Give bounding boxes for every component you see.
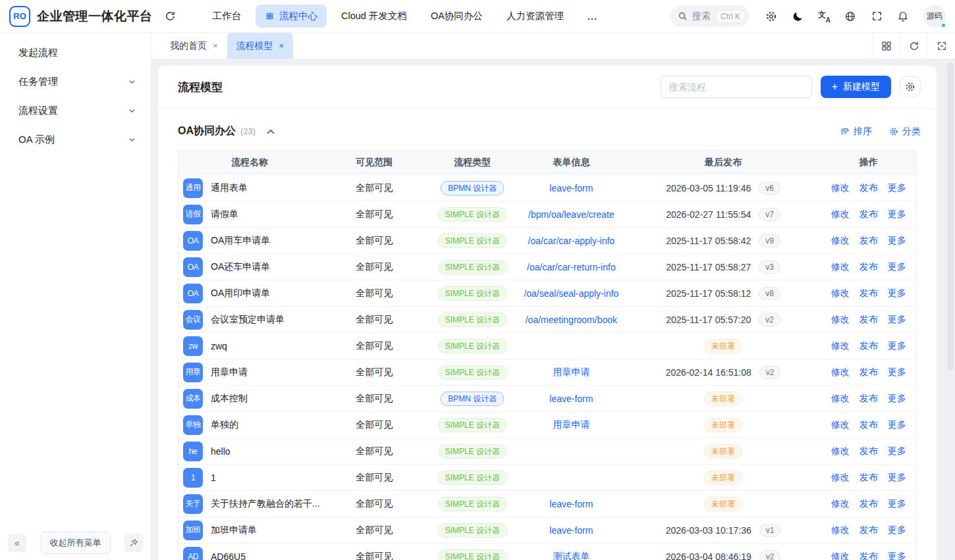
form-link[interactable]: 用章申请: [553, 419, 589, 430]
nav-item-1[interactable]: 流程中心: [256, 5, 327, 28]
sidebar-collapse-button[interactable]: «: [8, 534, 26, 552]
edit-action[interactable]: 修改: [831, 288, 850, 299]
nav-item-0[interactable]: 工作台: [204, 5, 251, 28]
notifications-icon[interactable]: [892, 5, 914, 28]
global-search[interactable]: 搜索 Ctrl K: [670, 5, 750, 27]
edit-action[interactable]: 修改: [831, 445, 850, 457]
more-action[interactable]: 更多: [888, 445, 906, 457]
grid-layout-icon[interactable]: [872, 33, 900, 59]
process-type-cell: SIMPLE 设计器: [428, 497, 518, 511]
globe-clock-icon[interactable]: [839, 5, 861, 28]
edit-action[interactable]: 修改: [831, 261, 850, 273]
dark-mode-icon[interactable]: [786, 5, 809, 28]
pin-icon[interactable]: [124, 534, 143, 552]
form-link[interactable]: /oa/seal/seal-apply-info: [524, 288, 618, 299]
new-model-button[interactable]: + 新建模型: [821, 76, 891, 98]
publish-action[interactable]: 发布: [860, 498, 878, 510]
nav-item-2[interactable]: Cloud 开发文档: [332, 5, 416, 28]
edit-action[interactable]: 修改: [831, 524, 850, 536]
sidebar-item-3[interactable]: OA 示例: [0, 125, 151, 154]
nav-item-4[interactable]: 人力资源管理: [497, 5, 573, 28]
refresh-icon[interactable]: [165, 11, 176, 22]
tab-refresh-icon[interactable]: [900, 33, 927, 59]
edit-action[interactable]: 修改: [831, 419, 850, 431]
classify-button[interactable]: 分类: [889, 126, 921, 138]
publish-action[interactable]: 发布: [860, 209, 878, 220]
edit-action[interactable]: 修改: [831, 498, 850, 510]
more-action[interactable]: 更多: [888, 498, 906, 510]
actions-cell: 修改发布更多: [821, 419, 915, 431]
publish-action[interactable]: 发布: [860, 288, 878, 299]
form-link[interactable]: /oa/car/car-return-info: [527, 262, 616, 272]
more-action[interactable]: 更多: [888, 524, 906, 536]
edit-action[interactable]: 修改: [831, 209, 850, 220]
form-link[interactable]: /oa/car/car-apply-info: [528, 236, 615, 246]
publish-action[interactable]: 发布: [860, 419, 878, 431]
sidebar-item-0[interactable]: 发起流程: [0, 38, 151, 67]
more-action[interactable]: 更多: [888, 182, 906, 194]
publish-action[interactable]: 发布: [860, 340, 878, 352]
flow-search-input[interactable]: [661, 76, 812, 98]
form-link[interactable]: /oa/meetingroom/book: [526, 315, 617, 325]
tab-0[interactable]: 我的首页×: [161, 33, 227, 59]
sort-button[interactable]: 排序: [840, 126, 872, 138]
nav-item-3[interactable]: OA协同办公: [422, 5, 492, 28]
window-scrollbar-thumb[interactable]: [947, 63, 954, 370]
user-avatar[interactable]: 源码: [923, 5, 946, 28]
more-action[interactable]: 更多: [888, 288, 906, 299]
publish-action[interactable]: 发布: [860, 524, 878, 536]
publish-action[interactable]: 发布: [860, 551, 878, 560]
close-icon[interactable]: ×: [213, 41, 218, 50]
designer-badge: SIMPLE 设计器: [438, 497, 507, 511]
settings-icon[interactable]: [760, 5, 782, 28]
edit-action[interactable]: 修改: [831, 367, 850, 378]
close-icon[interactable]: ×: [279, 41, 285, 50]
edit-action[interactable]: 修改: [831, 314, 850, 326]
edit-action[interactable]: 修改: [831, 182, 850, 194]
more-action[interactable]: 更多: [888, 419, 906, 431]
table-settings-button[interactable]: [900, 76, 921, 97]
fullscreen-icon[interactable]: [865, 5, 888, 28]
more-action[interactable]: 更多: [888, 209, 906, 220]
form-link[interactable]: /bpm/oa/leave/create: [528, 209, 614, 220]
edit-action[interactable]: 修改: [831, 340, 850, 352]
publish-action[interactable]: 发布: [860, 235, 878, 247]
sidebar-item-1[interactable]: 任务管理: [0, 67, 151, 96]
maximize-icon[interactable]: [927, 33, 955, 59]
form-link[interactable]: 测试表单: [553, 551, 589, 560]
form-link[interactable]: leave-form: [549, 183, 593, 193]
tab-1[interactable]: 流程模型×: [227, 33, 294, 59]
publish-action[interactable]: 发布: [860, 393, 878, 405]
publish-action[interactable]: 发布: [860, 261, 878, 273]
publish-action[interactable]: 发布: [860, 472, 878, 484]
form-link[interactable]: 用章申请: [553, 367, 589, 377]
form-link[interactable]: leave-form: [549, 394, 593, 404]
more-action[interactable]: 更多: [888, 393, 906, 405]
publish-action[interactable]: 发布: [860, 182, 878, 194]
edit-action[interactable]: 修改: [831, 551, 850, 560]
translate-icon[interactable]: 文A: [813, 5, 835, 28]
publish-action[interactable]: 发布: [860, 314, 878, 326]
edit-action[interactable]: 修改: [831, 472, 850, 484]
collapse-all-menus-button[interactable]: 收起所有菜单: [41, 532, 111, 554]
edit-action[interactable]: 修改: [831, 235, 850, 247]
sidebar-item-label: 任务管理: [18, 76, 128, 88]
form-link[interactable]: leave-form: [549, 499, 593, 509]
more-action[interactable]: 更多: [888, 340, 906, 352]
visible-scope-cell: 全部可见: [321, 419, 427, 431]
nav-item-5[interactable]: ...: [578, 6, 607, 27]
designer-badge: SIMPLE 设计器: [438, 549, 507, 560]
chevron-up-icon[interactable]: [265, 126, 277, 138]
form-link[interactable]: leave-form: [549, 525, 593, 536]
more-action[interactable]: 更多: [888, 367, 906, 378]
more-action[interactable]: 更多: [888, 314, 906, 326]
edit-action[interactable]: 修改: [831, 393, 850, 405]
more-action[interactable]: 更多: [888, 472, 906, 484]
more-action[interactable]: 更多: [888, 235, 906, 247]
sidebar-item-2[interactable]: 流程设置: [0, 96, 151, 125]
process-type-cell: SIMPLE 设计器: [428, 549, 518, 560]
publish-action[interactable]: 发布: [860, 445, 878, 457]
publish-action[interactable]: 发布: [860, 367, 878, 378]
more-action[interactable]: 更多: [888, 551, 906, 560]
more-action[interactable]: 更多: [888, 261, 906, 273]
